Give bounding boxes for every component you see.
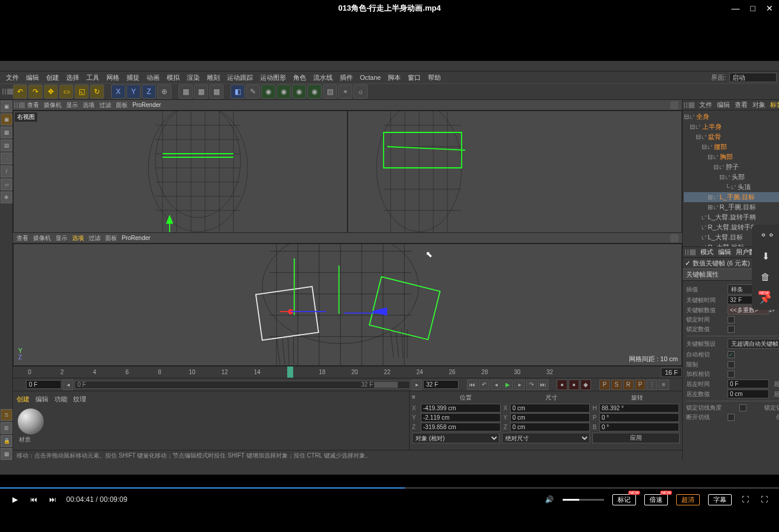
pip-icon[interactable]: ⛶ xyxy=(740,494,751,505)
size-Y[interactable] xyxy=(510,413,590,422)
x-axis-toggle[interactable]: X xyxy=(111,85,125,99)
coord-mode-select[interactable]: 对象 (相对) xyxy=(412,433,499,443)
vp-menu-options[interactable]: 选项 xyxy=(80,101,97,109)
attr-edit[interactable]: 编辑 xyxy=(718,248,731,257)
menu-13[interactable]: 角色 xyxy=(290,73,310,82)
menu-14[interactable]: 流水线 xyxy=(310,73,336,82)
share-icon[interactable]: ⚬⚬ xyxy=(759,229,771,241)
menu-0[interactable]: 文件 xyxy=(2,73,22,82)
axis-button[interactable]: ✥ xyxy=(1,192,12,203)
menu-1[interactable]: 编辑 xyxy=(22,73,43,82)
pos-key-toggle[interactable]: P xyxy=(599,379,610,390)
param-key-toggle[interactable]: P xyxy=(635,379,645,390)
vp-menu-prorender[interactable]: ProRender xyxy=(119,235,152,241)
mat-menu-edit[interactable]: 编辑 xyxy=(35,395,48,404)
key-button[interactable]: ◆ xyxy=(580,379,591,390)
viewport-bottom-left[interactable]: ⬉ Y Z 网格间距 : 10 cm xyxy=(13,244,682,366)
pos-X[interactable] xyxy=(421,404,501,413)
make-editable-button[interactable]: ▣ xyxy=(1,100,12,112)
range-start-input[interactable] xyxy=(26,380,61,389)
nurbs-button[interactable]: ◉ xyxy=(261,85,275,99)
scale-tool[interactable]: ◱ xyxy=(74,85,89,99)
tree-item-2[interactable]: ⊟L°盆骨: :: xyxy=(684,132,779,142)
goto-start-button[interactable]: ⏮ xyxy=(467,379,478,390)
quality-button[interactable]: 超清 xyxy=(676,494,700,505)
subdivision-button[interactable]: ◉ xyxy=(292,85,306,99)
tree-item-8[interactable]: ⊞L°L_手腕.目标: :: xyxy=(684,192,779,202)
lockval-check[interactable] xyxy=(728,326,735,333)
vp-menu-view[interactable]: 查看 xyxy=(25,101,41,109)
lock-button[interactable]: 🔒 xyxy=(1,435,12,447)
move-tool[interactable]: ▭ xyxy=(59,85,73,99)
vp-menu-view[interactable]: 查看 xyxy=(14,234,31,242)
workplane-toggle[interactable]: ⊞ xyxy=(1,422,12,434)
menu-2[interactable]: 创建 xyxy=(43,73,63,82)
timeline-playhead[interactable] xyxy=(287,366,293,378)
vp-menu-display[interactable]: 显示 xyxy=(64,101,80,109)
rotate-tool[interactable]: ↻ xyxy=(90,85,104,99)
menu-5[interactable]: 网格 xyxy=(103,73,123,82)
vp-menu-camera[interactable]: 摄像机 xyxy=(31,234,53,242)
speed-button[interactable]: 倍速NEW xyxy=(644,494,668,505)
menu-15[interactable]: 插件 xyxy=(336,73,356,82)
y-axis-toggle[interactable]: Y xyxy=(126,85,141,99)
edge-mode-button[interactable]: / xyxy=(1,166,12,177)
close-button[interactable]: ✕ xyxy=(766,4,773,13)
locktime-check[interactable] xyxy=(728,316,735,323)
viewport-top-left[interactable]: 右视图 xyxy=(13,111,348,233)
mat-menu-func[interactable]: 功能 xyxy=(54,395,67,404)
timeline-scrollbar[interactable]: 0 F 32 F xyxy=(74,381,410,389)
range-handle-right[interactable]: ▸ xyxy=(411,379,422,390)
camera-button[interactable]: ⌖ xyxy=(338,85,352,99)
array-button[interactable]: ◉ xyxy=(277,85,291,99)
attr-mode[interactable]: 模式 xyxy=(700,248,713,257)
om-tags[interactable]: 标签 xyxy=(770,100,779,109)
polygon-mode-button[interactable]: ▱ xyxy=(1,179,12,190)
preset-select[interactable]: 无超调自动关键帧 xyxy=(728,339,779,349)
tree-item-6[interactable]: ⊟L°头部: :: xyxy=(684,172,779,182)
next-frame-button[interactable]: ▸ xyxy=(514,379,525,390)
vp-menu-options[interactable]: 选项 xyxy=(70,234,86,242)
pos-Z[interactable] xyxy=(421,423,501,432)
deformer-button[interactable]: ◉ xyxy=(307,85,322,99)
menu-3[interactable]: 选择 xyxy=(63,73,83,82)
tree-item-7[interactable]: └L°头顶: :: xyxy=(684,182,779,192)
misc-button[interactable]: ▦ xyxy=(1,448,12,460)
range-end-input[interactable] xyxy=(423,380,459,389)
locktanangle-check[interactable] xyxy=(739,404,746,411)
viewport-top-right[interactable] xyxy=(348,111,682,233)
menu-8[interactable]: 模拟 xyxy=(163,73,183,82)
om-file[interactable]: 文件 xyxy=(699,100,712,109)
vp-config-icon[interactable] xyxy=(670,234,679,242)
om-edit[interactable]: 编辑 xyxy=(717,100,730,109)
vp-menu-panel[interactable]: 面板 xyxy=(113,101,130,109)
redo-button[interactable]: ↷ xyxy=(28,85,43,99)
vp-menu-panel[interactable]: 面板 xyxy=(103,234,119,242)
pos-Y[interactable] xyxy=(421,413,501,422)
options-button[interactable]: ⋮ xyxy=(647,379,657,390)
apply-button[interactable]: 应用 xyxy=(592,433,680,443)
scale-key-toggle[interactable]: S xyxy=(611,379,622,390)
prev-frame-button[interactable]: ◂ xyxy=(491,379,501,390)
leftval-input[interactable] xyxy=(728,390,769,398)
vp-menu-filter[interactable]: 过滤 xyxy=(86,234,103,242)
menu-4[interactable]: 工具 xyxy=(83,73,103,82)
download-icon[interactable]: ⬇ xyxy=(759,251,771,262)
tree-item-9[interactable]: ⊞L°R_手腕.目标: :: xyxy=(684,202,779,212)
snap-button[interactable]: S xyxy=(1,409,12,421)
play-button[interactable]: ▶ xyxy=(502,379,513,390)
prev-key-button[interactable]: ↶ xyxy=(479,379,489,390)
volume-icon[interactable]: 🔊 xyxy=(544,494,554,505)
record-button[interactable]: ● xyxy=(557,379,567,390)
tree-item-0[interactable]: ⊟L°全身: :: xyxy=(684,112,779,122)
timeline-ruler[interactable]: 16 F 02468101214161820222426283032 xyxy=(13,366,682,378)
next-key-button[interactable]: ↷ xyxy=(526,379,537,390)
volume-slider[interactable] xyxy=(563,499,604,501)
om-object[interactable]: 对象 xyxy=(752,100,765,109)
material-preview-sphere[interactable] xyxy=(18,408,44,434)
tree-item-1[interactable]: ⊟L°上半身: :: xyxy=(684,122,779,132)
vp-menu-display[interactable]: 显示 xyxy=(53,234,70,242)
range-handle-left[interactable]: ◂ xyxy=(63,379,73,390)
pin-icon[interactable]: 📌 xyxy=(759,293,771,305)
menu-12[interactable]: 运动图形 xyxy=(257,73,290,82)
